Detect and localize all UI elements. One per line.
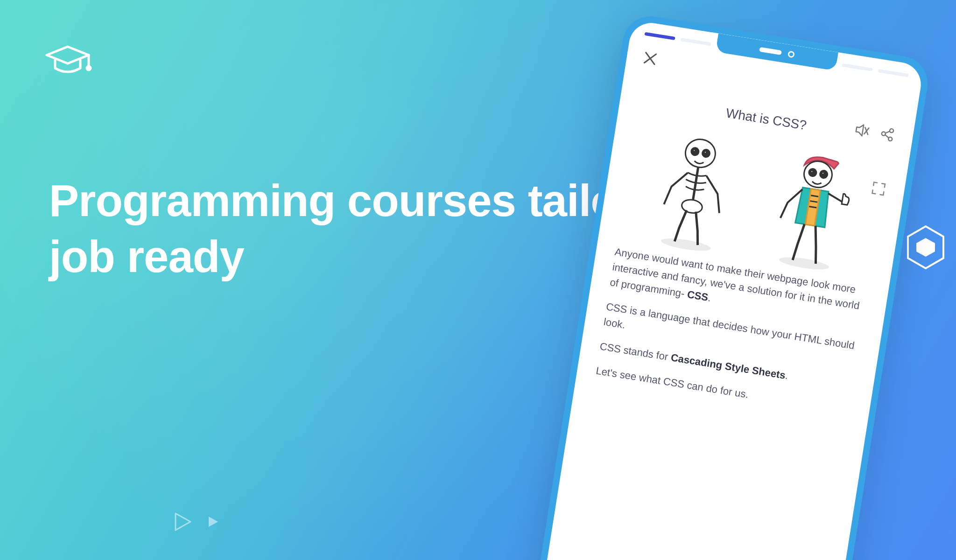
svg-point-14 [822,172,824,175]
lesson-body: Anyone would want to make their webpage … [593,244,871,428]
skeleton-styled-icon [762,147,863,271]
svg-point-7 [693,149,696,152]
svg-point-0 [87,66,91,70]
skeleton-plain-icon [644,128,745,252]
lesson-illustration [627,116,882,273]
share-icon[interactable] [879,126,895,144]
lesson-progress-bar [644,32,908,77]
progress-segment [878,69,908,77]
progress-segment [644,32,675,40]
hexagon-badge-icon [905,224,947,273]
graduation-cap-icon [42,42,93,81]
phone-notch [716,33,838,70]
svg-point-9 [681,198,703,215]
progress-segment [681,38,711,46]
svg-point-8 [704,151,707,154]
svg-point-13 [810,170,813,173]
close-icon[interactable] [641,48,659,70]
svg-point-4 [683,137,717,169]
svg-point-1 [889,129,893,133]
progress-segment [842,63,872,71]
mute-icon[interactable] [853,121,872,141]
play-icons-decoration [173,511,219,532]
